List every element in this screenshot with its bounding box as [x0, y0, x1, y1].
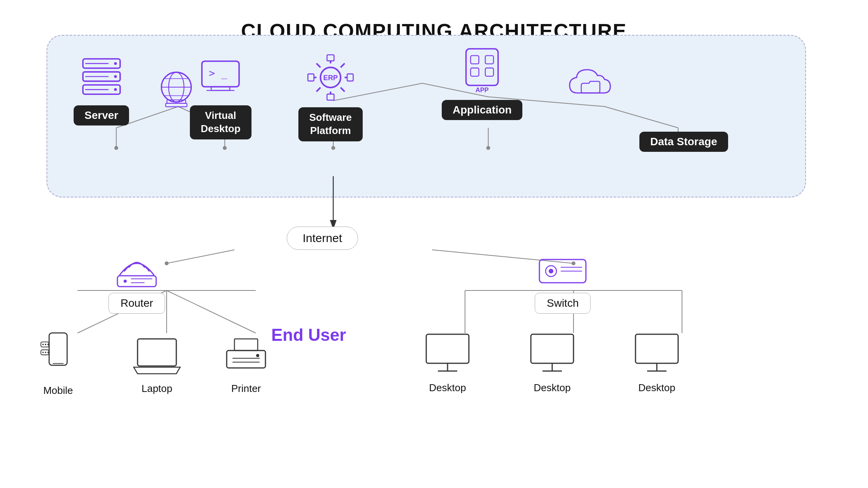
- printer-label: Printer: [231, 383, 261, 395]
- svg-text:> _: > _: [209, 67, 227, 79]
- svg-rect-92: [227, 351, 265, 368]
- svg-rect-65: [471, 56, 479, 64]
- internet-node: Internet: [287, 227, 358, 250]
- svg-point-33: [114, 62, 117, 65]
- desktop2-label: Desktop: [534, 382, 570, 394]
- svg-point-71: [124, 280, 127, 283]
- mobile-node: Mobile: [39, 331, 78, 397]
- virtual-desktop-node: > _ VirtualDesktop: [190, 54, 251, 139]
- server-icon: [78, 54, 125, 101]
- laptop-icon: [132, 337, 182, 380]
- svg-rect-66: [485, 56, 493, 64]
- svg-rect-67: [471, 68, 479, 76]
- cloud-storage-icon: [566, 64, 616, 107]
- svg-point-18: [165, 261, 169, 265]
- svg-line-55: [317, 64, 320, 67]
- end-user-label: End User: [271, 325, 346, 345]
- server-label: Server: [74, 105, 129, 125]
- svg-point-86: [42, 352, 44, 353]
- desktop2-icon: [527, 332, 577, 379]
- app-icon: APP: [459, 46, 505, 97]
- svg-rect-70: [117, 276, 156, 287]
- svg-point-76: [549, 269, 553, 273]
- data-storage-label: Data Storage: [639, 132, 728, 152]
- svg-rect-68: [485, 68, 493, 76]
- svg-point-87: [45, 352, 46, 353]
- svg-rect-99: [531, 334, 574, 363]
- desktop1-icon: [422, 332, 473, 379]
- svg-rect-91: [234, 339, 258, 351]
- software-platform-label: SoftwarePlatform: [298, 107, 363, 141]
- svg-line-23: [167, 290, 256, 333]
- desktop1-label: Desktop: [429, 382, 466, 394]
- svg-rect-102: [636, 334, 678, 363]
- svg-point-95: [256, 354, 259, 357]
- svg-point-88: [47, 352, 49, 353]
- svg-text:ERP: ERP: [323, 74, 338, 82]
- desktop3-node: Desktop: [632, 332, 682, 394]
- svg-point-83: [45, 344, 46, 345]
- svg-line-58: [317, 88, 320, 91]
- svg-rect-96: [426, 334, 469, 363]
- svg-point-82: [42, 344, 44, 345]
- desktop2-node: Desktop: [527, 332, 577, 394]
- svg-rect-89: [138, 339, 176, 366]
- printer-node: Printer: [221, 337, 271, 395]
- svg-rect-61: [308, 74, 314, 81]
- printer-icon: [221, 337, 271, 380]
- desktop1-node: Desktop: [422, 332, 473, 394]
- virtual-desktop-icon: > _: [197, 54, 244, 101]
- diagram-container: CLOUD COMPUTING ARCHITECTURE: [0, 0, 868, 465]
- svg-point-34: [114, 75, 117, 78]
- switch-node: Switch: [535, 248, 591, 314]
- laptop-label: Laptop: [141, 383, 172, 395]
- svg-rect-44: [166, 103, 187, 107]
- svg-rect-62: [347, 74, 353, 81]
- router-label: Router: [108, 293, 165, 314]
- mobile-icon: [39, 331, 78, 381]
- svg-text:APP: APP: [475, 86, 489, 94]
- application-label: Application: [442, 100, 522, 120]
- switch-label: Switch: [535, 293, 591, 314]
- svg-rect-59: [327, 55, 334, 61]
- software-platform-node: ERP SoftwarePlatform: [298, 52, 363, 141]
- svg-rect-64: [466, 49, 498, 86]
- svg-rect-79: [49, 333, 67, 366]
- app-icon-node: APP Application: [442, 46, 522, 120]
- mobile-label: Mobile: [43, 385, 73, 397]
- svg-rect-60: [327, 94, 334, 100]
- router-icon: [110, 248, 164, 290]
- virtual-desktop-label: VirtualDesktop: [190, 105, 251, 139]
- desktop3-label: Desktop: [638, 382, 675, 394]
- svg-point-84: [47, 344, 49, 345]
- cloud-storage-node: [566, 64, 616, 107]
- svg-line-56: [341, 88, 344, 91]
- laptop-node: Laptop: [132, 337, 182, 395]
- desktop3-icon: [632, 332, 682, 379]
- router-node: Router: [108, 248, 165, 314]
- server-node: Server: [74, 54, 129, 125]
- erp-icon: ERP: [305, 52, 356, 103]
- internet-label: Internet: [287, 227, 358, 250]
- svg-line-57: [341, 64, 344, 67]
- switch-icon: [536, 248, 590, 290]
- svg-point-35: [114, 88, 117, 91]
- cloud-section: [46, 35, 806, 198]
- data-storage-node: Data Storage: [639, 132, 728, 152]
- svg-line-17: [167, 250, 234, 263]
